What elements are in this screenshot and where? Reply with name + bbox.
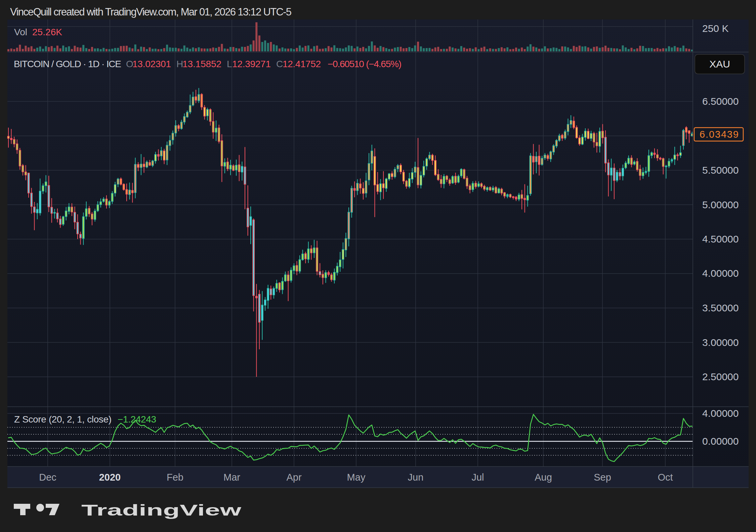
svg-text:C: C [276, 59, 283, 69]
svg-text:May: May [347, 472, 366, 483]
svg-text:2.50000: 2.50000 [702, 371, 739, 382]
svg-text:Apr: Apr [286, 472, 301, 483]
svg-text:Jul: Jul [471, 472, 484, 483]
svg-text:6.50000: 6.50000 [702, 96, 739, 107]
svg-text:XAU: XAU [709, 58, 730, 70]
svg-text:Mar: Mar [223, 472, 240, 483]
svg-text:2020: 2020 [99, 472, 121, 483]
svg-text:12.41752: 12.41752 [283, 59, 321, 69]
svg-text:Aug: Aug [535, 472, 552, 483]
svg-text:Sep: Sep [594, 472, 611, 483]
svg-text:Jun: Jun [408, 472, 424, 483]
svg-text:4.00000: 4.00000 [702, 268, 739, 279]
svg-text:Oct: Oct [658, 472, 673, 483]
svg-text:Feb: Feb [167, 472, 183, 483]
svg-text:4.00000: 4.00000 [702, 408, 739, 419]
svg-text:−0.60510 (−4.65%): −0.60510 (−4.65%) [328, 59, 402, 69]
svg-text:−1.24243: −1.24243 [118, 414, 156, 425]
svg-text:13.15852: 13.15852 [182, 59, 221, 69]
svg-text:13.02301: 13.02301 [132, 59, 171, 69]
svg-text:VinceQuill created with Tradin: VinceQuill created with TradingView.com,… [10, 6, 292, 18]
svg-text:Vol: Vol [14, 27, 27, 37]
svg-text:5.50000: 5.50000 [702, 165, 739, 176]
svg-text:0.00000: 0.00000 [702, 436, 739, 447]
svg-text:Dec: Dec [39, 472, 56, 483]
svg-text:25.26K: 25.26K [32, 27, 62, 37]
svg-text:3.00000: 3.00000 [702, 337, 739, 348]
svg-text:TradingView: TradingView [81, 501, 242, 519]
svg-text:5.00000: 5.00000 [702, 199, 739, 210]
svg-text:4.50000: 4.50000 [702, 233, 739, 245]
svg-text:L: L [227, 59, 232, 69]
svg-text:250 K: 250 K [702, 23, 728, 34]
svg-text:Z Score (20, 2, 1, close): Z Score (20, 2, 1, close) [14, 414, 112, 425]
svg-text:BITCOIN / GOLD · 1D · ICE: BITCOIN / GOLD · 1D · ICE [14, 59, 121, 69]
svg-text:12.39271: 12.39271 [232, 59, 271, 69]
svg-text:3.50000: 3.50000 [702, 302, 739, 313]
